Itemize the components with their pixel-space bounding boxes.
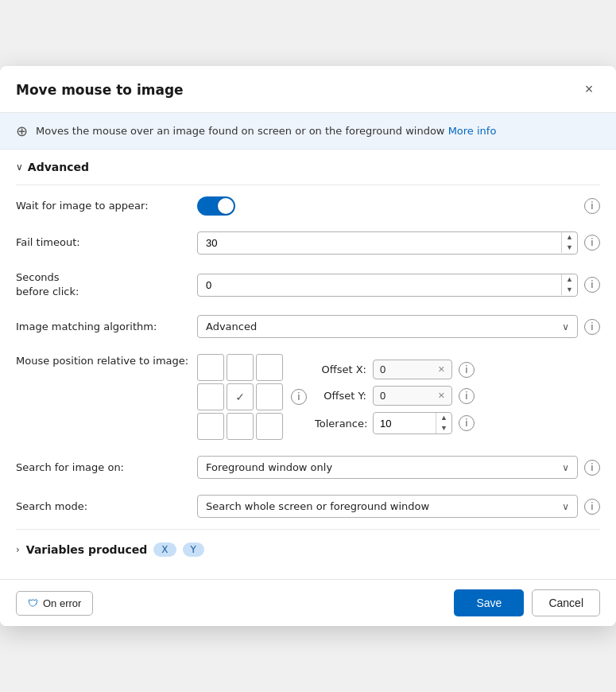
pos-cell-bl[interactable] [197,413,224,440]
fail-timeout-input[interactable] [198,232,561,254]
on-error-label: On error [43,597,81,609]
wait-for-image-toggle[interactable] [197,196,235,216]
seconds-before-click-info-icon[interactable]: i [584,277,600,293]
wait-for-image-label: Wait for image to appear: [16,199,191,213]
pos-cell-ml[interactable] [197,383,224,410]
search-for-image-value: Foreground window only [206,461,332,473]
variable-y-badge: Y [183,542,204,557]
tolerance-info-icon[interactable]: i [459,415,475,431]
search-for-image-arrow-icon: ∨ [562,462,569,473]
wait-for-image-control [197,196,578,216]
shield-icon: 🛡 [28,597,38,609]
search-for-image-row: Search for image on: Foreground window o… [16,448,600,487]
cancel-button[interactable]: Cancel [532,589,600,616]
toggle-knob [218,198,234,214]
seconds-before-click-input-wrap: ▲ ▼ [197,274,578,297]
fail-timeout-spinners: ▲ ▼ [561,232,577,253]
pos-cell-mr[interactable] [256,383,283,410]
variables-section-toggle[interactable]: › Variables produced X Y [16,533,600,566]
search-mode-row: Search mode: Search whole screen or fore… [16,487,600,526]
fail-timeout-control: ▲ ▼ [197,231,578,255]
tolerance-spinners: ▲ ▼ [436,413,451,433]
image-matching-select[interactable]: Advanced ∨ [197,315,578,338]
banner-text: Moves the mouse over an image found on s… [36,125,496,137]
cursor-icon: ⊕ [16,122,28,139]
image-matching-row: Image matching algorithm: Advanced ∨ i [16,307,600,346]
fail-timeout-up[interactable]: ▲ [562,232,577,243]
offset-y-info-icon[interactable]: i [459,388,475,404]
search-for-image-select[interactable]: Foreground window only ∨ [197,456,578,479]
seconds-before-click-down[interactable]: ▼ [562,285,577,295]
search-mode-info-icon[interactable]: i [584,499,600,515]
advanced-section-toggle[interactable]: ∨ Advanced [16,150,600,181]
variables-chevron: › [16,544,20,555]
wait-for-image-row: Wait for image to appear: i [16,189,600,224]
close-button[interactable]: × [578,79,600,101]
pos-cell-br[interactable] [256,413,283,440]
offset-x-label: Offset X: [315,363,366,375]
wait-for-image-info-icon[interactable]: i [584,198,600,214]
titlebar: Move mouse to image × [0,66,616,113]
seconds-before-click-up[interactable]: ▲ [562,274,577,285]
seconds-before-click-control: ▲ ▼ [197,274,578,297]
image-matching-control: Advanced ∨ [197,315,578,338]
image-matching-info-icon[interactable]: i [584,319,600,335]
variable-x-badge: X [153,542,176,557]
seconds-before-click-label: Seconds before click: [16,270,191,299]
pos-cell-bc[interactable] [227,413,254,440]
search-mode-label: Search mode: [16,500,191,514]
tolerance-input[interactable] [374,414,436,433]
tolerance-down[interactable]: ▼ [436,423,451,433]
offset-x-input-wrap: ✕ [373,360,452,379]
variables-section-title: Variables produced [26,543,148,556]
footer: 🛡 On error Save Cancel [0,579,616,626]
info-banner: ⊕ Moves the mouse over an image found on… [0,113,616,150]
image-matching-value: Advanced [206,321,257,332]
search-for-image-info-icon[interactable]: i [584,460,600,476]
image-matching-label: Image matching algorithm: [16,320,191,334]
pos-cell-mc[interactable]: ✓ [227,383,254,410]
footer-right: Save Cancel [454,589,600,616]
dialog: Move mouse to image × ⊕ Moves the mouse … [0,66,616,626]
seconds-before-click-input[interactable] [198,274,561,296]
search-mode-value: Search whole screen or foreground window [206,500,429,512]
checkmark-icon: ✓ [235,391,245,403]
tolerance-up[interactable]: ▲ [436,413,451,423]
offset-y-input[interactable] [380,390,420,402]
pos-cell-tc[interactable] [227,354,254,381]
position-grid: ✓ [197,354,283,440]
seconds-before-click-row: Seconds before click: ▲ ▼ i [16,262,600,307]
offset-x-input[interactable] [380,363,420,375]
pos-cell-tl[interactable] [197,354,224,381]
search-for-image-control: Foreground window only ∨ [197,456,578,479]
more-info-link[interactable]: More info [448,125,497,137]
fail-timeout-label: Fail timeout: [16,235,191,250]
save-button[interactable]: Save [454,589,524,616]
offset-section: Offset X: ✕ i Offset Y: ✕ i [315,360,475,434]
advanced-chevron: ∨ [16,161,23,173]
mouse-position-label: Mouse position relative to image: [16,354,191,368]
search-mode-select[interactable]: Search whole screen or foreground window… [197,495,578,518]
tolerance-label: Tolerance: [315,418,366,430]
mouse-position-info-icon[interactable]: i [291,389,307,405]
offset-y-clear-icon[interactable]: ✕ [438,391,445,401]
pos-cell-tr[interactable] [256,354,283,381]
dialog-title: Move mouse to image [16,82,184,98]
fail-timeout-down[interactable]: ▼ [562,243,577,253]
fail-timeout-info-icon[interactable]: i [584,235,600,251]
offset-x-row: Offset X: ✕ i [315,360,475,379]
footer-left: 🛡 On error [16,591,93,616]
tolerance-input-wrap: ▲ ▼ [373,412,452,434]
fail-timeout-input-wrap: ▲ ▼ [197,231,578,255]
seconds-before-click-spinners: ▲ ▼ [561,274,577,295]
content-area: ∨ Advanced Wait for image to appear: i F… [0,150,616,579]
offset-x-clear-icon[interactable]: ✕ [438,364,445,375]
search-mode-control: Search whole screen or foreground window… [197,495,578,518]
image-matching-arrow-icon: ∨ [562,321,569,332]
offset-y-label: Offset Y: [315,390,366,402]
on-error-button[interactable]: 🛡 On error [16,591,93,616]
divider-bottom [16,529,600,530]
offset-x-info-icon[interactable]: i [459,362,475,378]
advanced-section-title: Advanced [28,161,89,173]
offset-y-row: Offset Y: ✕ i [315,386,475,406]
